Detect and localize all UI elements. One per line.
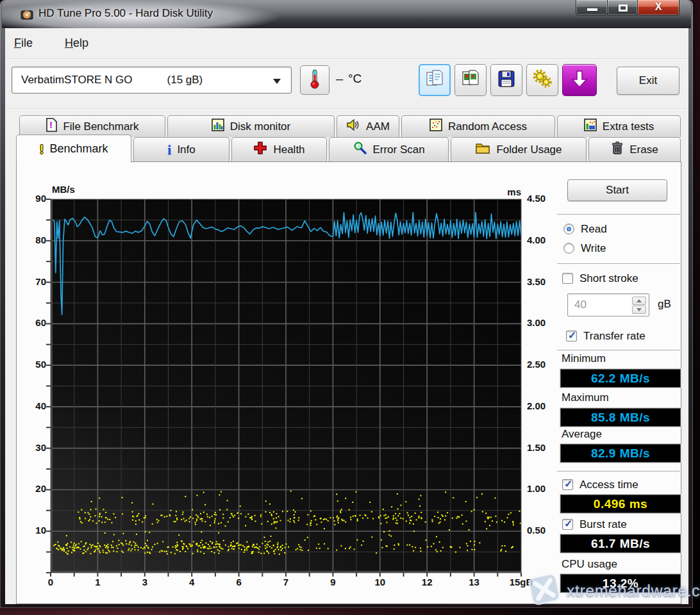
minimum-value: 62.2 MB/s (560, 369, 681, 388)
svg-text:!: ! (49, 119, 53, 130)
tab-random-access[interactable]: Random Access (401, 115, 555, 137)
burst-rate-value: 61.7 MB/s (560, 534, 681, 553)
minimum-label: Minimum (562, 352, 606, 365)
tab-aam[interactable]: AAM (337, 115, 399, 137)
copy-image-icon (460, 69, 481, 92)
tick-label: 1.00 (527, 483, 556, 494)
window-title: HD Tune Pro 5.00 - Hard Disk Utility (38, 7, 213, 20)
info-icon: i (167, 142, 171, 158)
toolbar-divider (6, 108, 687, 110)
toolbar (419, 64, 597, 96)
drive-size: (15 gB) (167, 74, 203, 86)
tick-label: 6 (225, 577, 253, 587)
tab-extra-tests[interactable]: Extra tests (557, 115, 681, 137)
exit-button[interactable]: Exit (617, 67, 679, 95)
transfer-rate-checkbox[interactable] (566, 331, 577, 341)
tick-label: 3 (131, 577, 159, 587)
tick-label: 50 (23, 359, 46, 370)
menu-file[interactable]: File (9, 35, 38, 55)
short-stroke-size-input[interactable]: 40 (567, 293, 649, 316)
maximum-value: 85.8 MB/s (560, 408, 681, 427)
maximum-label: Maximum (562, 391, 609, 404)
spinner-up-icon[interactable] (632, 297, 646, 305)
spinner-down-icon[interactable] (632, 306, 646, 314)
save-icon (496, 69, 517, 92)
tick-label: 80 (23, 234, 46, 245)
tab-disk-monitor[interactable]: Disk monitor (167, 115, 335, 137)
burst-rate-checkbox[interactable] (562, 519, 573, 530)
download-update-button[interactable] (562, 64, 597, 96)
tab-file-benchmark[interactable]: ! File Benchmark (19, 115, 165, 137)
tick-label: 90 (23, 193, 46, 204)
temperature-unit: °C (348, 72, 362, 86)
write-radio[interactable] (563, 243, 574, 254)
tick-label: 30 (23, 442, 46, 453)
error-scan-icon (353, 141, 367, 158)
start-button[interactable]: Start (567, 179, 667, 201)
short-stroke-label: Short stroke (579, 272, 638, 285)
tick-label: 15gB (507, 577, 535, 587)
tab-info[interactable]: i Info (133, 137, 229, 161)
tick-label: 1 (83, 577, 112, 587)
tick-label: 10 (23, 525, 46, 536)
copy-text-icon (424, 69, 445, 92)
menu-bar: File Help (9, 35, 94, 55)
desktop-background: HD Tune Pro 5.00 - Hard Disk Utility X F… (0, 0, 700, 615)
tick-label: 2.00 (527, 400, 556, 411)
average-value: 82.9 MB/s (560, 444, 681, 463)
access-time-value: 0.496 ms (560, 495, 681, 513)
write-label: Write (581, 242, 606, 255)
close-icon[interactable]: X (637, 0, 679, 15)
folder-usage-icon (475, 142, 490, 158)
tick-label: 60 (23, 317, 46, 328)
read-radio[interactable] (563, 224, 574, 234)
temperature-button[interactable] (300, 65, 329, 95)
maximize-icon[interactable] (607, 0, 638, 15)
benchmark-chart (46, 197, 526, 578)
access-time-checkbox[interactable] (562, 479, 573, 490)
tick-label: 10 (366, 577, 394, 587)
random-access-icon (429, 119, 442, 135)
drive-name: VerbatimSTORE N GO (21, 74, 133, 86)
extra-tests-icon (584, 119, 597, 135)
burst-rate-label: Burst rate (579, 518, 627, 531)
tab-folder-usage[interactable]: Folder Usage (451, 137, 587, 161)
benchmark-icon: ! (39, 142, 44, 157)
options-button[interactable] (526, 64, 558, 96)
menu-help[interactable]: Help (60, 35, 94, 55)
short-stroke-checkbox[interactable] (562, 273, 573, 284)
cpu-usage-label: CPU usage (562, 558, 617, 571)
average-label: Average (562, 428, 602, 441)
tick-label: 20 (23, 483, 46, 494)
tick-label: 13 (460, 577, 488, 587)
tab-benchmark[interactable]: ! Benchmark (16, 135, 131, 163)
save-button[interactable] (490, 64, 522, 96)
caption-buttons: X (576, 0, 679, 15)
copy-text-button[interactable] (419, 64, 451, 96)
cpu-usage-value: 13.2% (560, 574, 681, 593)
hd-tune-app-icon (19, 7, 35, 25)
tick-label: 4.00 (527, 234, 556, 245)
drive-selector-dropdown[interactable]: VerbatimSTORE N GO (15 gB) (12, 67, 292, 94)
left-axis-title: MB/s (52, 184, 75, 195)
erase-trash-icon (611, 141, 624, 158)
tab-error-scan[interactable]: Error Scan (329, 137, 449, 161)
options-gears-icon (531, 68, 553, 92)
minimize-icon[interactable] (576, 0, 608, 15)
tick-label: 1.50 (527, 442, 556, 453)
size-unit-label: gB (658, 298, 671, 311)
tick-label: 12 (413, 577, 441, 587)
tick-label: 3.50 (527, 276, 556, 287)
tab-health[interactable]: Health (231, 137, 327, 161)
tab-erase[interactable]: Erase (588, 137, 681, 161)
chevron-down-icon (273, 79, 281, 84)
tick-label: 40 (23, 400, 46, 411)
copy-screenshot-button[interactable] (454, 64, 487, 96)
right-axis-title: ms (502, 186, 521, 197)
transfer-rate-label: Transfer rate (583, 330, 646, 343)
tick-label: 7 (272, 577, 300, 587)
disk-monitor-icon (212, 119, 224, 135)
tick-label: 0 (37, 577, 65, 587)
tick-label: 2.50 (527, 359, 556, 370)
tick-label: 9 (319, 577, 347, 587)
